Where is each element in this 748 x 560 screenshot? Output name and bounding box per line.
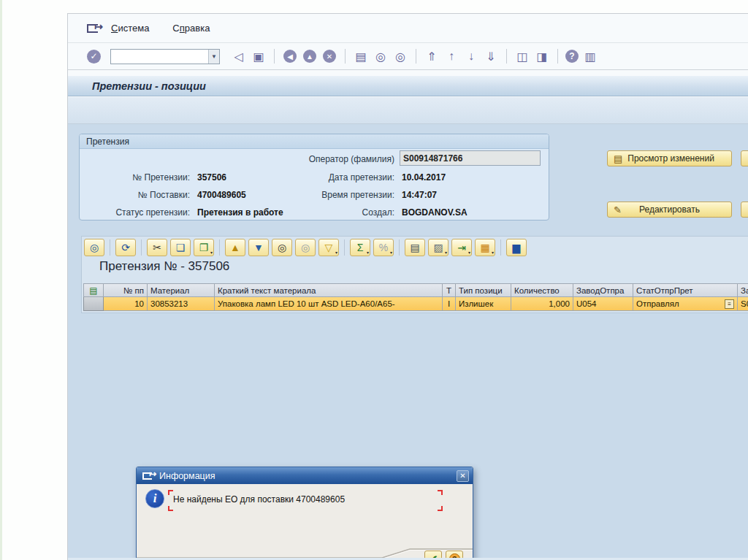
- cell-status[interactable]: Отправлял≡: [633, 297, 738, 311]
- customize-icon[interactable]: ▥: [582, 48, 598, 64]
- column-header-t[interactable]: Т: [443, 283, 456, 297]
- cutoff-button-top[interactable]: [741, 150, 748, 166]
- total-icon[interactable]: Σ▾: [350, 239, 370, 256]
- focus-bracket: [438, 506, 443, 511]
- cell-t[interactable]: I: [443, 297, 456, 311]
- focus-bracket: [168, 490, 173, 495]
- alv-grid: ▤ № пп Материал Краткий текст материала …: [83, 283, 748, 311]
- alv-separator: [110, 239, 110, 256]
- focus-bracket: [168, 506, 173, 511]
- time-value: 14:47:07: [402, 190, 437, 200]
- find-icon[interactable]: ◎: [373, 48, 389, 64]
- exit-circle-icon[interactable]: ▲: [303, 50, 316, 63]
- row-selector-cell[interactable]: [83, 297, 104, 311]
- cell-quantity[interactable]: 1,000: [511, 297, 573, 311]
- filter-icon[interactable]: ▽▾: [318, 239, 339, 256]
- command-input[interactable]: [110, 49, 220, 64]
- alv-title: Претензия № - 357506: [99, 259, 229, 274]
- find-next-icon[interactable]: ◎: [392, 48, 408, 64]
- export-icon[interactable]: ⇥▾: [451, 239, 472, 256]
- cell-short-text[interactable]: Упаковка ламп LED 10 шт ASD LED-A60/A65-: [215, 297, 443, 311]
- first-page-icon[interactable]: ⇑: [424, 48, 440, 64]
- graphic-icon[interactable]: ▆: [506, 239, 527, 256]
- print-icon[interactable]: ▤: [405, 239, 425, 256]
- cell-plant[interactable]: U054: [573, 297, 633, 311]
- info-icon: i: [145, 489, 164, 508]
- column-header-quantity[interactable]: Количество: [511, 283, 573, 297]
- toolbar-separator: [416, 49, 416, 64]
- toolbar-separator: [345, 49, 346, 64]
- next-page-icon[interactable]: ↓: [463, 48, 479, 64]
- help-icon[interactable]: ?: [565, 50, 579, 63]
- document-mini-icon[interactable]: ≡: [725, 299, 734, 309]
- find-next-icon[interactable]: ◎: [295, 239, 316, 256]
- cancel-circle-icon[interactable]: ✕: [323, 50, 336, 63]
- cell-item-type[interactable]: Излишек: [456, 297, 511, 311]
- sort-descending-icon[interactable]: ▼: [248, 239, 269, 256]
- alv-separator: [500, 239, 501, 256]
- column-header-material[interactable]: Материал: [148, 283, 215, 297]
- enter-icon[interactable]: ✓: [87, 50, 101, 64]
- toolbar-separator: [557, 49, 558, 64]
- menu-item-system[interactable]: Система: [111, 23, 149, 34]
- menu-item-help[interactable]: Справка: [172, 23, 210, 34]
- cell-pos[interactable]: 10: [104, 297, 148, 311]
- subtotal-icon[interactable]: %▾: [373, 239, 394, 256]
- back-circle-icon[interactable]: ◀: [283, 50, 297, 63]
- command-dropdown-icon[interactable]: ▼: [208, 50, 219, 64]
- view-changes-button[interactable]: ▤ Просмотр изменений: [607, 150, 732, 166]
- desktop: Система Справка ✓ ▼ ◁ ▣ ◀ ▲ ✕ ▤ ◎ ◎ ⇑ ↑ …: [0, 0, 748, 560]
- operator-label: Оператор (фамилия): [291, 154, 394, 164]
- pencil-icon: ✎: [614, 204, 622, 215]
- claim-no-label: № Претензии:: [85, 172, 190, 183]
- refresh-icon[interactable]: ⟳: [115, 239, 136, 256]
- content-area: Претензия Оператор (фамилия) № Претензии…: [68, 124, 748, 560]
- alv-grid-panel: ◎ ⟳ ✂ ❏ ❐▾ ▲ ▼ ◎ ◎ ▽▾ Σ▾ %▾: [81, 236, 748, 313]
- edit-button[interactable]: ✎ Редактировать: [607, 202, 732, 218]
- last-page-icon[interactable]: ⇓: [483, 48, 499, 64]
- column-header-short-text[interactable]: Краткий текст материала: [215, 283, 443, 297]
- layout-icon[interactable]: ▦▾: [475, 239, 495, 256]
- cut-icon[interactable]: ✂: [147, 239, 167, 256]
- dialog-close-button[interactable]: ✕: [457, 470, 469, 482]
- alv-separator: [399, 239, 400, 256]
- back-icon[interactable]: ◁: [231, 48, 247, 64]
- details-icon[interactable]: ◎: [84, 239, 104, 256]
- date-label: Дата претензии:: [291, 172, 394, 183]
- focus-bracket: [438, 490, 443, 495]
- column-header-item-type[interactable]: Тип позици: [456, 283, 511, 297]
- new-session-icon[interactable]: ◫: [514, 48, 530, 64]
- dialog-title: Информация: [159, 471, 457, 481]
- column-header-pos[interactable]: № пп: [104, 283, 148, 297]
- operator-input[interactable]: [400, 150, 541, 166]
- command-field-wrap: ▼: [110, 49, 220, 64]
- cell-material[interactable]: 30853213: [148, 297, 215, 311]
- column-header-status[interactable]: СтатОтпрПрет: [633, 283, 738, 297]
- column-header-cutoff[interactable]: За: [738, 283, 748, 297]
- copy-icon[interactable]: ❏: [170, 239, 191, 256]
- select-all-header-cell[interactable]: ▤: [83, 283, 104, 297]
- exit-menu-icon[interactable]: [87, 24, 98, 33]
- find-icon[interactable]: ◎: [272, 239, 292, 256]
- detail-view-icon[interactable]: ▨▾: [428, 239, 449, 256]
- cell-cutoff[interactable]: S0: [738, 297, 748, 311]
- sort-ascending-icon[interactable]: ▲: [225, 239, 245, 256]
- standard-toolbar: ✓ ▼ ◁ ▣ ◀ ▲ ✕ ▤ ◎ ◎ ⇑ ↑ ↓ ⇓ ◫ ◨ ? ▥: [68, 43, 748, 70]
- claim-no-value: 357506: [197, 172, 226, 183]
- dialog-titlebar[interactable]: Информация ✕: [137, 467, 473, 484]
- dialog-exit-icon: [142, 472, 152, 480]
- save-icon[interactable]: ▣: [251, 48, 267, 64]
- screen-title: Претензии - позиции: [68, 76, 748, 96]
- print-icon[interactable]: ▤: [353, 48, 369, 64]
- prev-page-icon[interactable]: ↑: [443, 48, 459, 64]
- shortcut-icon[interactable]: ◨: [534, 48, 550, 64]
- column-header-plant[interactable]: ЗаводОтпра: [573, 283, 633, 297]
- alv-toolbar: ◎ ⟳ ✂ ❏ ❐▾ ▲ ▼ ◎ ◎ ▽▾ Σ▾ %▾: [84, 238, 527, 257]
- application-toolbar: [68, 97, 748, 124]
- cutoff-button-bottom[interactable]: [741, 202, 748, 218]
- toolbar-separator: [274, 49, 275, 64]
- paste-icon[interactable]: ❐▾: [194, 239, 214, 256]
- claim-groupbox: Претензия Оператор (фамилия) № Претензии…: [79, 134, 549, 220]
- information-dialog: Информация ✕ i Не найдены ЕО для поставк…: [136, 467, 473, 560]
- status-value: Претензия в работе: [197, 207, 283, 218]
